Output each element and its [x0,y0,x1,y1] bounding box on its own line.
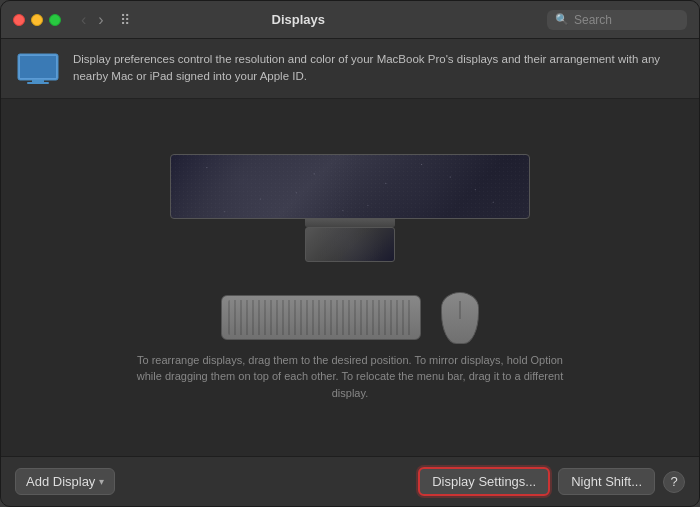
monitor-base [305,227,395,262]
display-settings-label: Display Settings... [432,474,536,489]
search-box: 🔍 [547,10,687,30]
display-area: To rearrange displays, drag them to the … [1,99,699,457]
traffic-lights [13,14,61,26]
help-button[interactable]: ? [663,471,685,493]
monitors-container [170,154,530,262]
add-display-button[interactable]: Add Display ▾ [15,468,115,495]
monitor-stand [305,219,395,227]
bottom-bar: Add Display ▾ Display Settings... Night … [1,456,699,506]
info-text: Display preferences control the resoluti… [73,51,683,86]
monitor-main [170,154,530,219]
window: ‹ › ⠿ Displays 🔍 Display preferences con… [0,0,700,507]
peripherals [221,292,479,344]
titlebar: ‹ › ⠿ Displays 🔍 [1,1,699,39]
svg-rect-3 [27,82,49,84]
info-banner: Display preferences control the resoluti… [1,39,699,99]
display-icon [17,53,59,85]
mouse-icon [441,292,479,344]
add-display-label: Add Display [26,474,95,489]
display-settings-button[interactable]: Display Settings... [418,467,550,496]
minimize-button[interactable] [31,14,43,26]
instructions-text: To rearrange displays, drag them to the … [110,352,590,402]
close-button[interactable] [13,14,25,26]
window-title: Displays [58,12,539,27]
monitor-rain-effect [171,155,529,218]
night-shift-label: Night Shift... [571,474,642,489]
svg-rect-1 [20,56,56,78]
search-input[interactable] [574,13,674,27]
help-label: ? [670,474,677,489]
night-shift-button[interactable]: Night Shift... [558,468,655,495]
search-icon: 🔍 [555,13,569,26]
dropdown-arrow-icon: ▾ [99,476,104,487]
keyboard-icon [221,295,421,340]
